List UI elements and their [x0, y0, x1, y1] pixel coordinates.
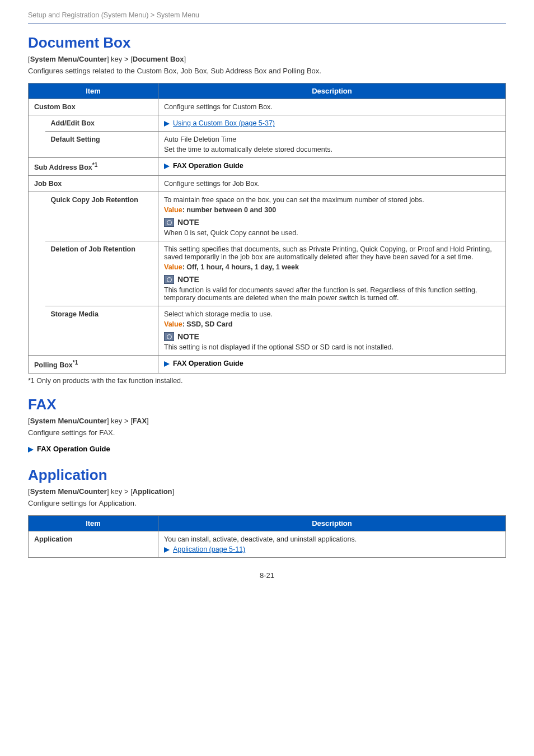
cell-item: Application	[29, 531, 158, 558]
xref-link[interactable]: FAX Operation Guide	[37, 445, 110, 453]
fax-desc: Configure settings for FAX.	[28, 428, 506, 437]
note-icon	[164, 332, 174, 341]
cell-item: Deletion of Job Retention	[45, 241, 158, 306]
path-key: System Menu/Counter	[30, 487, 107, 496]
bracket: ]	[184, 55, 186, 63]
value-label: Value	[164, 206, 182, 214]
label-text: Sub Address Box	[34, 164, 92, 171]
path-key: Application	[133, 487, 172, 496]
value-line: Value: number between 0 and 300	[164, 206, 500, 214]
note-block: NOTE	[164, 275, 500, 284]
note-block: NOTE	[164, 218, 500, 227]
page-number: 8-21	[28, 571, 506, 580]
footnote: *1 Only on products with the fax functio…	[28, 377, 506, 385]
note-block: NOTE	[164, 332, 500, 341]
desc-line: To maintain free space on the box, you c…	[164, 196, 500, 204]
indent-spacer	[29, 192, 45, 356]
value-text: : Off, 1 hour, 4 hours, 1 day, 1 week	[182, 263, 299, 271]
label-text: Polling Box	[34, 361, 73, 369]
path-key: Document Box	[133, 55, 184, 63]
cell-item: Default Setting	[45, 132, 158, 158]
indent-spacer	[29, 115, 45, 158]
cell-desc: Auto File Deletion Time Set the time to …	[158, 132, 506, 158]
cell-desc: Configure settings for Job Box.	[158, 176, 506, 192]
app-desc: Configure settings for Application.	[28, 499, 506, 507]
note-label: NOTE	[177, 218, 199, 227]
table-row: Application You can install, activate, d…	[29, 531, 506, 558]
note-label: NOTE	[177, 332, 199, 341]
table-row: Storage Media Select which storage media…	[29, 306, 506, 356]
path-mid: ] key > [	[107, 55, 133, 63]
cell-item: Quick Copy Job Retention	[45, 192, 158, 241]
docbox-table: Item Description Custom Box Configure se…	[28, 83, 506, 374]
cell-desc: FAX Operation Guide	[158, 158, 506, 176]
cell-item: Add/Edit Box	[45, 115, 158, 132]
table-row: Add/Edit Box Using a Custom Box (page 5-…	[29, 115, 506, 132]
note-text: When 0 is set, Quick Copy cannot be used…	[164, 229, 500, 237]
note-label: NOTE	[177, 275, 199, 284]
table-row: Sub Address Box*1 FAX Operation Guide	[29, 158, 506, 176]
table-row: Job Box Configure settings for Job Box.	[29, 176, 506, 192]
arrow-icon	[28, 447, 34, 452]
app-table: Item Description Application You can ins…	[28, 515, 506, 558]
table-row: Custom Box Configure settings for Custom…	[29, 99, 506, 115]
breadcrumb: Setup and Registration (System Menu) > S…	[28, 11, 506, 24]
heading-document-box: Document Box	[28, 34, 506, 52]
table-row: Quick Copy Job Retention To maintain fre…	[29, 192, 506, 241]
cell-item: Storage Media	[45, 306, 158, 356]
desc-line: Auto File Deletion Time	[164, 136, 500, 143]
footnote-ref: *1	[92, 162, 97, 168]
cell-item: Custom Box	[29, 99, 158, 115]
value-text: : SSD, SD Card	[182, 320, 233, 328]
cell-item: Polling Box*1	[29, 356, 158, 374]
note-text: This setting is not displayed if the opt…	[164, 343, 500, 351]
table-row: Default Setting Auto File Deletion Time …	[29, 132, 506, 158]
path-key: System Menu/Counter	[30, 55, 107, 63]
value-line: Value: SSD, SD Card	[164, 320, 500, 328]
header-desc: Description	[158, 516, 506, 531]
xref-link[interactable]: FAX Operation Guide	[173, 360, 243, 367]
link-line: Application (page 5-11)	[164, 545, 500, 553]
xref-link[interactable]: FAX Operation Guide	[173, 162, 243, 170]
docbox-desc: Configures settings related to the Custo…	[28, 67, 506, 75]
header-item: Item	[29, 516, 158, 531]
path-key: System Menu/Counter	[30, 417, 107, 425]
cell-desc: To maintain free space on the box, you c…	[158, 192, 506, 241]
table-header-row: Item Description	[29, 83, 506, 99]
value-label: Value	[164, 320, 182, 328]
arrow-icon	[164, 121, 170, 127]
table-row: Polling Box*1 FAX Operation Guide	[29, 356, 506, 374]
note-icon	[164, 275, 174, 284]
arrow-icon	[164, 164, 170, 169]
app-path: [System Menu/Counter] key > [Application…	[28, 487, 506, 496]
note-icon	[164, 218, 174, 227]
header-desc: Description	[158, 83, 506, 99]
table-header-row: Item Description	[29, 516, 506, 531]
note-text: This function is valid for documents sav…	[164, 286, 500, 302]
fax-path: [System Menu/Counter] key > [FAX]	[28, 417, 506, 425]
desc-line: Select which storage media to use.	[164, 310, 500, 318]
desc-line: Set the time to automatically delete sto…	[164, 146, 500, 153]
heading-application: Application	[28, 466, 506, 484]
footnote-ref: *1	[73, 360, 78, 366]
cell-desc: FAX Operation Guide	[158, 356, 506, 374]
desc-line: You can install, activate, deactivate, a…	[164, 535, 500, 543]
value-text: : number between 0 and 300	[182, 206, 276, 214]
value-label: Value	[164, 263, 182, 271]
docbox-path: [System Menu/Counter] key > [Document Bo…	[28, 55, 506, 63]
arrow-icon	[164, 361, 170, 367]
path-key: FAX	[133, 417, 147, 425]
cell-desc: Select which storage media to use. Value…	[158, 306, 506, 356]
cell-desc: Using a Custom Box (page 5-37)	[158, 115, 506, 132]
xref-link[interactable]: Application (page 5-11)	[173, 545, 245, 553]
value-line: Value: Off, 1 hour, 4 hours, 1 day, 1 we…	[164, 263, 500, 271]
arrow-icon	[164, 547, 170, 553]
xref-link[interactable]: Using a Custom Box (page 5-37)	[173, 119, 275, 127]
cell-desc: This setting specifies that documents, s…	[158, 241, 506, 306]
cell-item: Sub Address Box*1	[29, 158, 158, 176]
cell-desc: You can install, activate, deactivate, a…	[158, 531, 506, 558]
desc-line: This setting specifies that documents, s…	[164, 245, 500, 261]
fax-xref: FAX Operation Guide	[28, 445, 506, 453]
heading-fax: FAX	[28, 396, 506, 413]
table-row: Deletion of Job Retention This setting s…	[29, 241, 506, 306]
